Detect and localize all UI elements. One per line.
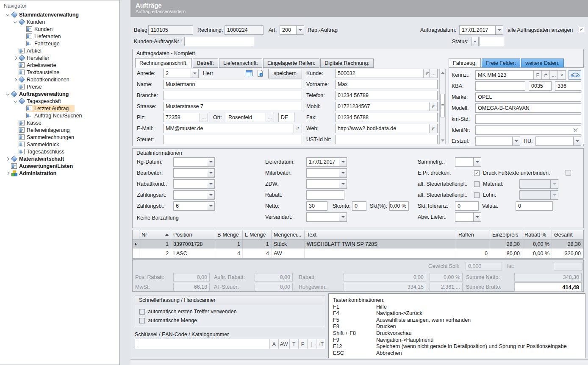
nav-item-fahrzeuge[interactable]: Fahrzeuge <box>0 40 119 47</box>
address-scrollbar[interactable] <box>439 69 446 144</box>
chevron-right-icon[interactable] <box>13 77 18 82</box>
position-row-1[interactable]: 1339700172811StückWISCHBLATT TWIN SP 728… <box>133 240 583 249</box>
nav-item-auftrag-neu-suchen[interactable]: Auftrag Neu/Suchen <box>0 112 119 119</box>
tab-fahrzeug[interactable]: Fahrzeug: <box>449 58 481 68</box>
skt-pct-field[interactable]: 0,00 % <box>389 201 409 211</box>
nav-item-tagesgeschäft[interactable]: Tagesgeschäft <box>0 98 119 105</box>
lohn-dropdown-icon[interactable] <box>551 190 558 200</box>
tab-eingelagerte-reifen[interactable]: Eingelagerte Reifen: <box>263 59 319 68</box>
nav-item-rabattkonditionen[interactable]: Rabattkonditionen <box>0 76 119 83</box>
art-dropdown-icon[interactable] <box>297 25 304 35</box>
kunde-field[interactable]: 500032↱… <box>335 69 438 78</box>
marke-field[interactable]: OPEL <box>475 92 581 102</box>
column-header-b-menge[interactable]: B-Menge <box>215 230 243 240</box>
nav-item-textbausteine[interactable]: Textbausteine <box>0 69 119 76</box>
material-dropdown-icon[interactable] <box>551 179 558 189</box>
ean-input[interactable]: AAWTP|+T <box>135 339 325 349</box>
nav-item-materialwirtschaft[interactable]: Materialwirtschaft <box>0 155 119 162</box>
rg-datum-field[interactable] <box>173 157 207 167</box>
nav-item-reifeneinlagerung[interactable]: Reifeneinlagerung <box>0 126 119 134</box>
chevron-down-icon[interactable] <box>5 12 10 17</box>
valuta-field[interactable]: 0 <box>516 201 553 211</box>
chevron-right-icon[interactable] <box>13 56 18 61</box>
nav-item-letzter-auftrag[interactable]: Letzter Auftrag <box>0 105 119 112</box>
rabatt-field[interactable] <box>306 190 344 200</box>
zdw-field[interactable] <box>306 179 339 189</box>
tab-rechnungsanschrift[interactable]: Rechnungsanschrift: <box>135 58 192 68</box>
ean-button-a[interactable]: A <box>269 339 278 349</box>
nav-item-administration[interactable]: Administration <box>0 170 119 177</box>
versandart-field[interactable] <box>306 212 339 222</box>
steuer-field[interactable] <box>163 135 302 144</box>
zdw-dropdown-icon[interactable] <box>339 179 347 189</box>
nav-item-artikel[interactable]: Artikel <box>0 47 119 54</box>
hu-field[interactable] <box>535 137 574 146</box>
tab-digitale-rechnung[interactable]: Digitale Rechnung: <box>320 59 374 68</box>
ort-field[interactable]: Rosenfeld… <box>226 113 274 122</box>
zahlungsb-dropdown-icon[interactable] <box>207 201 215 211</box>
column-header-nr[interactable]: Nr <box>139 230 171 240</box>
strasse-field[interactable]: Musterstrasse 7 <box>163 102 302 111</box>
ean-button-+t[interactable]: +T <box>316 339 325 349</box>
tab-betreff[interactable]: Betreff: <box>193 59 218 68</box>
rechnung-field[interactable]: 1000224 <box>225 25 263 35</box>
plz-field[interactable]: 72358… <box>163 113 208 122</box>
mitarbeiter-dropdown-icon[interactable] <box>339 168 347 178</box>
km-std-field[interactable] <box>475 114 581 124</box>
column-header-position[interactable]: Position <box>171 230 215 240</box>
hu-dropdown-icon[interactable] <box>574 137 581 146</box>
row-selector-cell[interactable] <box>133 240 139 249</box>
name-field[interactable]: Mustermann <box>163 80 302 89</box>
scrollbar-thumb[interactable] <box>440 94 445 117</box>
lieferdatum-dropdown-icon[interactable] <box>339 157 347 167</box>
abw-liefer-dropdown-icon[interactable] <box>474 212 481 222</box>
fusstexte-checkbox[interactable] <box>566 170 571 176</box>
nav-item-lieferanten[interactable]: Lieferanten <box>0 33 119 40</box>
art-combo[interactable]: 200 <box>280 25 304 35</box>
sammelrg-dropdown-icon[interactable] <box>474 157 481 167</box>
email-open-icon[interactable]: ↱ <box>294 124 302 133</box>
web-field[interactable]: http://www2.bodi-data.de↱ <box>335 124 438 133</box>
grid-icon[interactable] <box>244 69 254 78</box>
email-field[interactable]: MM@muster.de↱ <box>163 124 302 133</box>
ean-button-t[interactable]: T <box>289 339 298 349</box>
alt-steuertabelle-1-checkbox[interactable] <box>474 181 480 187</box>
kunde-lookup-icon[interactable]: … <box>429 69 437 78</box>
mobil-open-icon[interactable]: ↱ <box>429 102 437 111</box>
car-icon[interactable] <box>569 70 581 80</box>
kba-field-2[interactable]: 0035 <box>529 81 552 91</box>
netto-field[interactable]: 30 <box>306 201 327 211</box>
sammelrg-field[interactable] <box>455 157 474 167</box>
alle-auftragsdaten-checkbox[interactable]: ✓ <box>579 27 584 32</box>
bearbeiter-dropdown-icon[interactable] <box>207 168 215 178</box>
rg-datum-dropdown-icon[interactable] <box>207 157 215 167</box>
erstzul-dropdown-icon[interactable] <box>513 137 520 146</box>
column-header-raffen[interactable]: Raffen <box>456 230 490 240</box>
anrede-dropdown-icon[interactable] <box>191 69 199 78</box>
zahlungsart-field[interactable] <box>173 190 207 200</box>
alt-steuertabelle-2-checkbox[interactable] <box>474 192 480 198</box>
row-selector-cell[interactable] <box>133 249 139 258</box>
ustid-field[interactable] <box>335 135 438 144</box>
mobil-field[interactable]: 01721234567↱ <box>335 102 438 111</box>
nav-item-auswertungen-listen[interactable]: Auswertungen/Listen <box>0 162 119 170</box>
epr-drucken-checkbox[interactable]: ✓ <box>474 170 480 176</box>
material-field[interactable] <box>519 179 551 189</box>
zahlungsb-field[interactable]: 6 <box>173 201 207 211</box>
column-header-text[interactable]: Text <box>305 230 456 240</box>
beleg-field[interactable]: 110105 <box>148 25 193 35</box>
column-header-l-menge[interactable]: L-Menge <box>243 230 272 240</box>
column-header-mengenei[interactable]: Mengenei... <box>272 230 305 240</box>
tab-lieferanschrift[interactable]: Lieferanschrift: <box>219 59 262 68</box>
position-row-2[interactable]: 2LASC44AW080,000,00 %320,00 <box>133 249 583 258</box>
document-info-icon[interactable]: i <box>255 69 265 78</box>
auto-menge-checkbox[interactable] <box>139 318 145 323</box>
lohn-field[interactable] <box>519 190 551 200</box>
status-field[interactable] <box>480 37 504 46</box>
abw-liefer-field[interactable] <box>455 212 474 222</box>
ean-button-p[interactable]: P <box>298 339 307 349</box>
skt-toleranz-field[interactable]: 0 <box>455 201 479 211</box>
column-header-gesamt[interactable]: Gesamt <box>552 230 583 240</box>
nav-item-kasse[interactable]: Kasse <box>0 119 119 126</box>
rabattkond-field[interactable] <box>173 179 207 189</box>
